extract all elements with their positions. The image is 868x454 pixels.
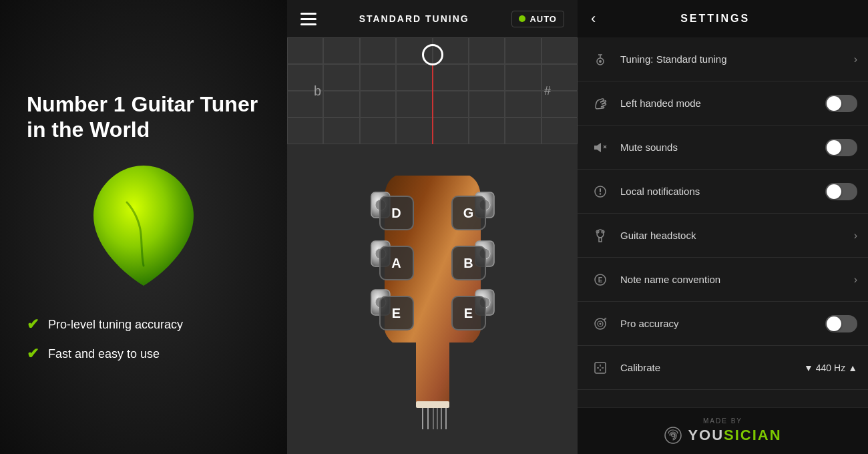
middle-panel: STANDARD TUNING AUTO b xyxy=(287,0,578,454)
svg-point-29 xyxy=(597,230,604,238)
hamburger-line-2 xyxy=(300,18,316,20)
notifications-toggle[interactable] xyxy=(825,183,857,200)
settings-item-calibrate[interactable]: Calibrate ▼ 440 Hz ▲ xyxy=(578,346,868,390)
pro-accuracy-label: Pro accuracy xyxy=(620,318,825,329)
check-icon-2: ✔ xyxy=(27,345,39,363)
yousician-footer: MADE BY YOUSICIAN xyxy=(578,407,868,454)
auto-label: AUTO xyxy=(529,14,557,24)
feature-item-2: ✔ Fast and easy to use xyxy=(27,345,260,363)
note-button-A[interactable]: A xyxy=(379,246,414,280)
svg-rect-0 xyxy=(416,401,449,408)
tuning-icon xyxy=(588,47,612,71)
feature-item-1: ✔ Pro-level tuning accuracy xyxy=(27,316,260,333)
you-part: YOU xyxy=(688,427,724,443)
left-panel: Number 1 Guitar Tuner in the World ✔ Pro… xyxy=(0,0,287,454)
settings-title: SETTINGS xyxy=(680,13,750,25)
tuner-header: STANDARD TUNING AUTO xyxy=(287,0,578,37)
app-tagline: Number 1 Guitar Tuner in the World xyxy=(27,91,260,143)
yousician-text: YOUSICIAN xyxy=(688,427,781,444)
auto-status-dot xyxy=(519,15,525,22)
headstock-label: Guitar headstock xyxy=(620,230,854,241)
made-by-label: MADE BY xyxy=(703,417,742,425)
calibrate-icon xyxy=(588,356,612,380)
note-name-arrow-icon: › xyxy=(854,274,857,286)
note-button-G[interactable]: G xyxy=(451,196,486,230)
tuner-needle xyxy=(422,37,443,144)
yousician-brand: YOUSICIAN xyxy=(664,426,781,445)
note-name-icon: E xyxy=(588,268,612,292)
calibrate-hz-value: 440 Hz xyxy=(816,363,845,373)
tuning-label: Tuning: Standard tuning xyxy=(620,53,854,65)
left-handed-toggle-knob xyxy=(827,96,841,111)
headstock-icon xyxy=(588,224,612,248)
left-handed-toggle[interactable] xyxy=(825,95,857,112)
mute-toggle-knob xyxy=(827,140,841,155)
calibrate-label: Calibrate xyxy=(620,362,804,373)
note-button-E-low[interactable]: E xyxy=(379,296,414,330)
svg-marker-23 xyxy=(594,143,601,152)
guitar-headstock-area: D G A B E E xyxy=(287,144,578,454)
calibrate-arrow-down: ▼ xyxy=(804,363,813,373)
tuner-meter: b # xyxy=(287,37,578,144)
calibrate-value-display: ▼ 440 Hz ▲ xyxy=(804,363,857,373)
settings-list: Tuning: Standard tuning › Left handed mo… xyxy=(578,37,868,407)
hamburger-line-3 xyxy=(300,23,316,25)
headstock-wrapper: D G A B E E xyxy=(359,169,506,429)
tuning-arrow-icon: › xyxy=(854,53,857,65)
settings-item-pro-accuracy[interactable]: Pro accuracy xyxy=(578,302,868,346)
mute-label: Mute sounds xyxy=(620,142,825,153)
needle-circle xyxy=(422,44,443,65)
pro-accuracy-toggle-knob xyxy=(827,316,841,331)
features-list: ✔ Pro-level tuning accuracy ✔ Fast and e… xyxy=(27,316,260,363)
notifications-toggle-knob xyxy=(827,184,841,199)
note-button-E-high[interactable]: E xyxy=(451,296,486,330)
svg-rect-40 xyxy=(595,363,606,373)
settings-item-headstock[interactable]: Guitar headstock › xyxy=(578,214,868,258)
settings-item-notifications[interactable]: Local notifications xyxy=(578,170,868,214)
svg-text:E: E xyxy=(598,276,603,284)
svg-point-46 xyxy=(672,434,674,437)
left-handed-icon xyxy=(588,91,612,116)
note-button-B[interactable]: B xyxy=(451,246,486,280)
calibrate-arrow-up: ▲ xyxy=(848,363,857,373)
settings-header: ‹ SETTINGS xyxy=(578,0,868,37)
needle-line xyxy=(432,65,433,144)
svg-rect-30 xyxy=(599,238,602,242)
hamburger-menu[interactable] xyxy=(300,13,316,25)
note-button-D[interactable]: D xyxy=(379,196,414,230)
fingerprint-icon xyxy=(664,426,682,445)
feature-label-2: Fast and easy to use xyxy=(48,347,160,361)
flat-symbol: b xyxy=(314,83,321,99)
back-button[interactable]: ‹ xyxy=(591,10,596,27)
sharp-symbol: # xyxy=(544,84,551,98)
auto-mode-badge[interactable]: AUTO xyxy=(511,11,564,27)
left-handed-label: Left handed mode xyxy=(620,97,825,109)
sician-part: SICIAN xyxy=(724,427,782,443)
pro-accuracy-icon xyxy=(588,312,612,336)
settings-item-note-name[interactable]: E Note name convention › xyxy=(578,258,868,302)
settings-item-left-handed[interactable]: Left handed mode xyxy=(578,81,868,126)
headstock-arrow-icon: › xyxy=(854,230,857,242)
svg-point-28 xyxy=(600,193,601,194)
mute-icon xyxy=(588,136,612,160)
pro-accuracy-toggle[interactable] xyxy=(825,315,857,332)
notifications-icon xyxy=(588,180,612,204)
guitar-pick-icon xyxy=(90,162,197,289)
tuning-mode-label: STANDARD TUNING xyxy=(359,13,469,24)
hamburger-line-1 xyxy=(300,13,316,15)
svg-point-37 xyxy=(600,322,602,324)
svg-point-20 xyxy=(599,60,602,63)
settings-item-mute[interactable]: Mute sounds xyxy=(578,126,868,170)
mute-toggle[interactable] xyxy=(825,139,857,156)
right-panel: ‹ SETTINGS Tuning: Standard tuning › xyxy=(578,0,868,454)
notifications-label: Local notifications xyxy=(620,186,825,197)
note-name-label: Note name convention xyxy=(620,274,854,285)
guitar-pick-container xyxy=(27,162,260,289)
check-icon-1: ✔ xyxy=(27,316,39,333)
settings-item-tuning[interactable]: Tuning: Standard tuning › xyxy=(578,37,868,81)
feature-label-1: Pro-level tuning accuracy xyxy=(48,318,183,332)
